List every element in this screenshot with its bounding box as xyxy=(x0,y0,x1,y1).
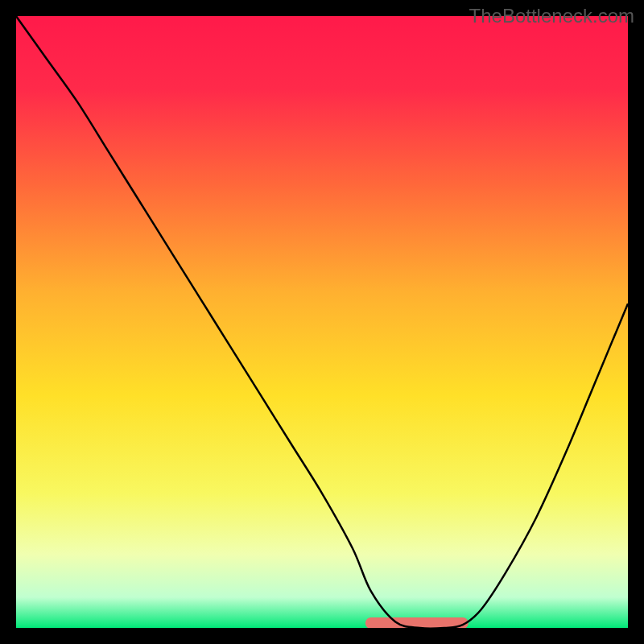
curve-layer xyxy=(16,16,628,628)
plot-area xyxy=(16,16,628,628)
bottleneck-curve xyxy=(16,16,628,628)
watermark-text: TheBottleneck.com xyxy=(469,5,634,27)
